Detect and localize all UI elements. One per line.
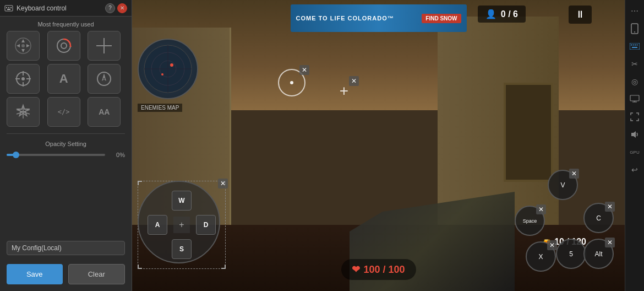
corner-tl [138,181,142,185]
hud-health: ❤ 100 / 100 [341,259,416,280]
c-label: C [596,214,601,222]
minimap-svg [143,44,193,94]
crosshair-plus-icon: + [340,83,348,99]
svg-rect-2 [8,7,9,8]
space-close-button[interactable]: ✕ [536,204,546,214]
divider [7,133,125,134]
crosshair-secondary-close[interactable]: ✕ [349,76,359,86]
monitor-button[interactable] [627,91,642,107]
pause-button[interactable]: ⏸ [569,6,592,24]
svg-point-24 [103,78,105,80]
c-close-button[interactable]: ✕ [605,202,615,212]
location-button[interactable]: ◎ [627,74,642,89]
monitor-icon [630,95,640,104]
svg-point-37 [634,31,635,33]
a-button[interactable]: A [148,215,167,235]
gpu-button[interactable]: GPU [627,144,642,160]
svg-rect-4 [7,9,10,10]
alt-close-button[interactable]: ✕ [605,238,615,247]
gps-icon [95,70,113,88]
hud-kills: 👤 0 / 6 [478,6,526,23]
clear-button[interactable]: Clear [68,264,125,284]
undo-button[interactable]: ↩ [627,162,642,177]
opacity-label: Opacity Setting [7,141,125,147]
volume-button[interactable] [627,127,642,142]
svg-point-35 [161,73,163,76]
keyboard-control-panel: Keyboard control ? ✕ Most frequently use… [0,0,132,291]
star-icon [14,103,32,121]
ad-cta: FIND SNOW [422,14,461,23]
more-options-button[interactable]: ⋯ [627,3,642,19]
code-label: </> [58,108,70,116]
letter-a-control[interactable]: A [47,64,80,94]
opacity-value: 0% [110,152,125,158]
keyboard-settings-button[interactable] [627,39,642,54]
health-icon: ❤ [352,263,360,276]
ad-text: COME TO LIFE COLORADO™ [296,15,394,21]
aim-control[interactable] [7,64,40,94]
num5-label: 5 [569,250,573,258]
gps-control[interactable] [88,64,121,94]
scissors-button[interactable]: ✂ [627,56,642,72]
svg-rect-41 [635,45,636,46]
svg-marker-6 [21,39,25,42]
svg-rect-1 [6,7,7,8]
keyboard-settings-icon [630,43,640,50]
svg-point-34 [170,63,173,67]
x-close-button[interactable]: ✕ [547,240,557,250]
config-select[interactable]: My Config(Local) [7,241,125,255]
alt-button[interactable]: Alt ✕ [583,239,614,269]
volume-icon [630,130,639,139]
code-control[interactable]: </> [47,97,80,127]
right-panel: ⋯ ✂ ◎ [625,0,644,291]
opacity-thumb[interactable] [13,152,19,158]
opacity-section: Opacity Setting 0% [0,136,132,163]
num5-button[interactable]: 5 [556,239,586,269]
c-button[interactable]: C ✕ [583,203,614,233]
w-button[interactable]: W [172,191,192,211]
space-button[interactable]: Space ✕ [515,206,545,236]
v-button[interactable]: V ✕ [548,170,578,200]
crosshair-secondary[interactable]: + ✕ [330,77,358,105]
section-label: Most frequently used [0,17,132,31]
mobile-icon [630,23,639,34]
wasd-close-button[interactable]: ✕ [218,179,228,188]
game-area: COME TO LIFE COLORADO™ FIND SNOW 👤 0 / 6… [132,0,625,291]
keyboard-icon [4,4,13,13]
fullscreen-button[interactable] [627,109,642,125]
crosshair-main[interactable]: ✕ [275,66,308,99]
s-button[interactable]: S [172,239,192,259]
opacity-slider[interactable] [7,154,105,156]
svg-marker-7 [21,49,25,52]
x-button[interactable]: X ✕ [526,241,556,272]
svg-marker-8 [17,44,20,47]
crosshair-icon [95,37,113,55]
space-label: Space [523,218,537,224]
minimap-label: ENEMIES MAP [138,104,182,112]
dpad-control[interactable] [7,31,40,61]
svg-point-10 [21,44,25,47]
save-button[interactable]: Save [7,264,63,284]
config-row: My Config(Local) [0,236,132,260]
text-aa-control[interactable]: AA [88,97,121,127]
mobile-view-button[interactable] [627,21,642,36]
svg-point-17 [21,77,25,80]
svg-rect-40 [633,45,634,46]
crosshair-close-button[interactable]: ✕ [299,65,309,75]
panel-titlebar: Keyboard control ? ✕ [0,0,132,17]
close-button[interactable]: ✕ [117,3,127,13]
star-control[interactable] [7,97,40,127]
action-buttons: V ✕ C ✕ Space ✕ X ✕ 5 Alt ✕ [515,170,614,269]
corner-br [221,265,226,269]
fullscreen-icon [630,112,639,121]
help-button[interactable]: ? [105,3,115,13]
minimap [138,39,198,99]
opacity-row: 0% [7,152,125,158]
ad-banner: COME TO LIFE COLORADO™ FIND SNOW [291,4,467,32]
letter-a-label: A [59,72,68,86]
v-close-button[interactable]: ✕ [569,169,579,179]
rotate-control[interactable] [47,31,80,61]
d-button[interactable]: D [196,215,216,235]
crosshair-control[interactable] [88,31,121,61]
svg-rect-39 [631,45,632,46]
